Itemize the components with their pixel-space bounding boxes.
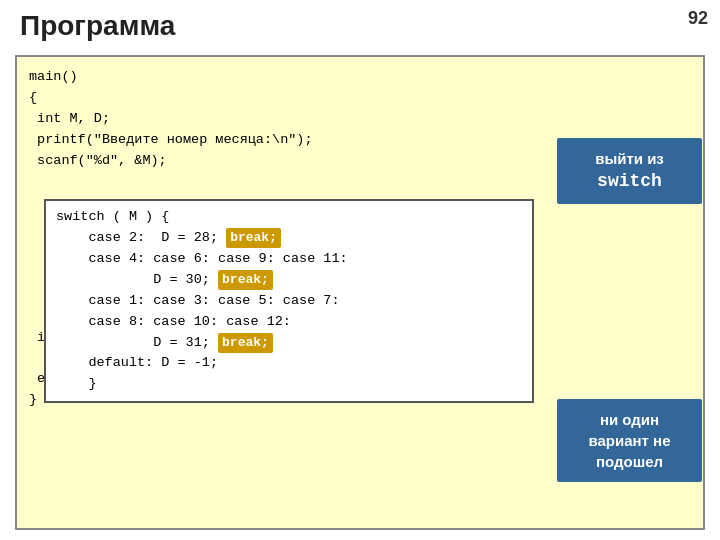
switch-line-2: case 2: D = 28; break; bbox=[56, 228, 522, 249]
code-line-2: { bbox=[29, 88, 691, 109]
switch-line-8: default: D = -1; bbox=[56, 353, 522, 374]
switch-line-1: switch ( M ) { bbox=[56, 207, 522, 228]
callout-switch: выйти из switch bbox=[557, 138, 702, 204]
page-number: 92 bbox=[688, 8, 708, 29]
code-line-3: int M, D; bbox=[29, 109, 691, 130]
callout-default-line2: вариант не bbox=[569, 430, 690, 451]
callout-default-line3: подошел bbox=[569, 451, 690, 472]
switch-line-4: D = 30; break; bbox=[56, 270, 522, 291]
code-line-1: main() bbox=[29, 67, 691, 88]
break-highlight-2: break; bbox=[218, 270, 273, 290]
switch-line-6: case 8: case 10: case 12: bbox=[56, 312, 522, 333]
callout-switch-line2: switch bbox=[569, 169, 690, 194]
break-highlight-3: break; bbox=[218, 333, 273, 353]
page-title: Программа bbox=[20, 10, 175, 42]
switch-code-block: switch ( M ) { case 2: D = 28; break; ca… bbox=[44, 199, 534, 403]
callout-switch-line1: выйти из bbox=[569, 148, 690, 169]
break-highlight-1: break; bbox=[226, 228, 281, 248]
switch-line-9: } bbox=[56, 374, 522, 395]
switch-line-7: D = 31; break; bbox=[56, 333, 522, 354]
callout-default-line1: ни один bbox=[569, 409, 690, 430]
switch-line-5: case 1: case 3: case 5: case 7: bbox=[56, 291, 522, 312]
switch-line-3: case 4: case 6: case 9: case 11: bbox=[56, 249, 522, 270]
callout-default: ни один вариант не подошел bbox=[557, 399, 702, 482]
